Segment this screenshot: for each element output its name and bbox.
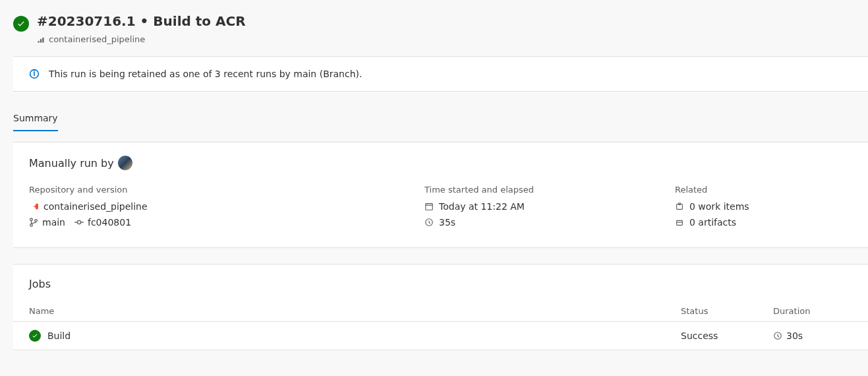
run-by-row: Manually run by [29, 156, 852, 170]
info-icon: i [29, 69, 40, 79]
work-items-link[interactable]: 0 work items [675, 201, 859, 212]
svg-point-10 [30, 224, 33, 227]
svg-point-7 [34, 204, 36, 206]
svg-rect-2 [42, 38, 43, 43]
repo-name: containerised_pipeline [43, 201, 148, 212]
svg-rect-15 [426, 204, 433, 210]
svg-point-11 [35, 220, 38, 222]
job-duration: 30s [786, 330, 803, 341]
branch-icon [29, 218, 38, 227]
artifacts-value: 0 artifacts [689, 217, 736, 228]
job-status: Success [681, 330, 773, 341]
pipeline-name: containerised_pipeline [49, 34, 145, 44]
elapsed-value: 35s [439, 217, 455, 228]
repo-link[interactable]: containerised_pipeline [29, 201, 398, 212]
success-icon [29, 330, 41, 342]
svg-text:i: i [33, 70, 35, 77]
svg-rect-5 [34, 203, 38, 210]
branch-link[interactable]: main [29, 217, 65, 228]
started-value: Today at 11:22 AM [439, 201, 525, 212]
jobs-col-name: Name [29, 306, 681, 316]
jobs-col-duration: Duration [773, 306, 852, 316]
related-header: Related [675, 185, 859, 195]
branch-name: main [42, 217, 65, 228]
repo-header: Repository and version [29, 185, 398, 195]
run-by-label: Manually run by [29, 157, 114, 170]
svg-point-12 [77, 220, 80, 224]
jobs-table-header: Name Status Duration [13, 301, 868, 322]
commit-icon [74, 218, 84, 227]
calendar-icon [424, 202, 434, 211]
jobs-col-status: Status [681, 306, 773, 316]
clock-icon [773, 331, 782, 340]
retention-banner: i This run is being retained as one of 3… [13, 56, 868, 92]
job-name: Build [47, 330, 71, 341]
retention-message: This run is being retained as one of 3 r… [49, 69, 362, 79]
svg-rect-1 [40, 39, 42, 42]
jobs-title: Jobs [29, 278, 868, 290]
work-items-value: 0 work items [689, 201, 749, 212]
tab-bar: Summary [13, 108, 868, 131]
time-header: Time started and elapsed [424, 185, 649, 195]
git-repo-icon [29, 202, 38, 211]
success-icon [13, 16, 29, 32]
tab-summary[interactable]: Summary [13, 108, 58, 131]
commit-hash: fc040801 [88, 217, 131, 228]
started-row: Today at 11:22 AM [424, 201, 649, 212]
svg-point-9 [30, 218, 33, 221]
summary-card: Manually run by Repository and version c… [13, 142, 868, 248]
svg-point-8 [34, 207, 36, 208]
pipeline-link[interactable]: containerised_pipeline [37, 34, 868, 44]
artifacts-link[interactable]: 0 artifacts [675, 217, 859, 228]
artifact-icon [675, 218, 684, 227]
avatar[interactable] [118, 156, 132, 170]
page-title: #20230716.1 • Build to ACR [37, 13, 246, 29]
workitem-icon [675, 202, 684, 211]
svg-rect-0 [38, 41, 40, 42]
jobs-card: Jobs Name Status Duration Build Success … [13, 264, 868, 350]
clock-icon [424, 218, 434, 227]
elapsed-row: 35s [424, 217, 649, 228]
pipeline-icon [37, 36, 45, 44]
svg-rect-22 [677, 220, 683, 225]
job-row[interactable]: Build Success 30s [13, 322, 868, 350]
svg-point-6 [32, 206, 33, 207]
commit-link[interactable]: fc040801 [74, 217, 131, 228]
